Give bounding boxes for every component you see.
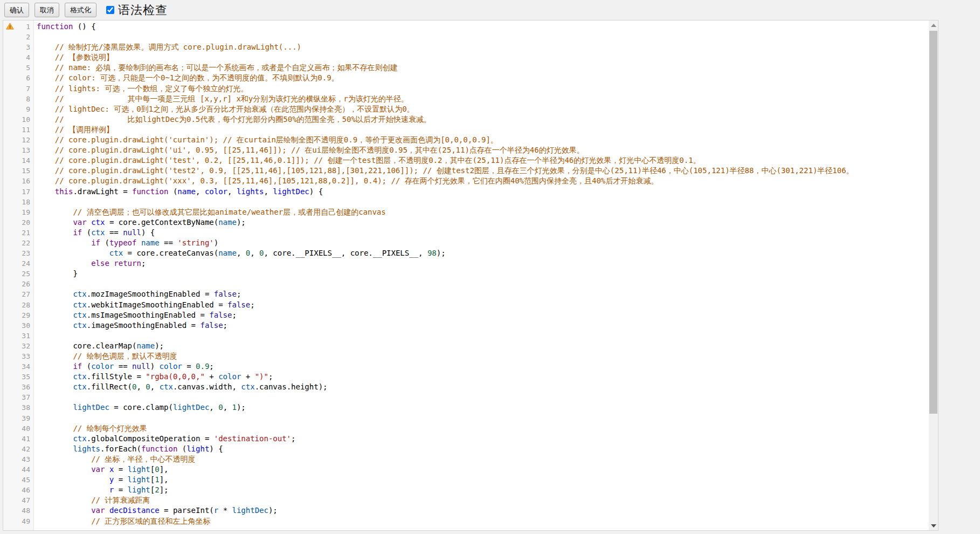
- code-line: 44 var x = light[0],: [3, 464, 929, 475]
- line-number: 31: [17, 331, 34, 341]
- code-text: var x = light[0],: [34, 464, 929, 475]
- code-text: lights.forEach(function (light) {: [34, 444, 929, 454]
- line-number: 23: [17, 248, 34, 258]
- line-number: 10: [17, 114, 34, 125]
- code-line: 6 // color: 可选，只能是一个0~1之间的数，为不透明度的值。不填则默…: [3, 73, 929, 83]
- code-line: 17 this.drawLight = function (name, colo…: [3, 187, 929, 197]
- format-button[interactable]: 格式化: [65, 3, 96, 17]
- code-line: 4 // 【参数说明】: [3, 52, 929, 63]
- code-text: r = light[2];: [34, 485, 929, 495]
- scrollbar-down-button[interactable]: [929, 521, 938, 530]
- code-text: // 【调用样例】: [34, 125, 929, 135]
- line-number: 13: [17, 145, 34, 155]
- code-text: // 正方形区域的直径和左上角坐标: [34, 516, 929, 526]
- code-line: 8 // 其中每一项是三元组 [x,y,r] x和y分别为该灯光的横纵坐标，r为…: [3, 94, 929, 104]
- line-number: 20: [17, 217, 34, 228]
- line-number: 7: [17, 84, 34, 94]
- code-line: 21 if (ctx == null) {: [3, 228, 929, 238]
- vertical-scrollbar[interactable]: [929, 20, 938, 530]
- line-number: 18: [17, 197, 34, 207]
- code-text: // core.plugin.drawLight('curtain'); // …: [34, 135, 929, 145]
- code-text: // core.plugin.drawLight('xxx', 0.3, [[2…: [34, 176, 929, 186]
- svg-text:!: !: [9, 24, 11, 30]
- code-line: 12 // core.plugin.drawLight('curtain'); …: [3, 135, 929, 145]
- scrollbar-up-button[interactable]: [929, 20, 938, 30]
- line-number: 33: [17, 351, 34, 361]
- line-number: 9: [17, 104, 34, 114]
- line-number: 36: [17, 382, 34, 392]
- code-text: // 坐标，半径，中心不透明度: [34, 454, 929, 464]
- code-text: // 清空色调层；也可以修改成其它层比如animate/weather层，或者用…: [34, 207, 929, 217]
- line-number: 14: [17, 155, 34, 166]
- line-number: 28: [17, 300, 34, 310]
- confirm-button[interactable]: 确认: [4, 3, 29, 17]
- line-number: 19: [17, 207, 34, 217]
- code-line: 35 ctx.fillStyle = "rgba(0,0,0," + color…: [3, 372, 929, 382]
- code-line: 14 // core.plugin.drawLight('test', 0.2,…: [3, 155, 929, 166]
- code-line: 38 lightDec = core.clamp(lightDec, 0, 1)…: [3, 402, 929, 413]
- line-number: 49: [17, 516, 34, 526]
- page: 确认 取消 格式化 语法检查 !1function () {23 // 绘制灯光…: [0, 0, 980, 534]
- code-line: 24 else return;: [3, 258, 929, 269]
- code-text: // 计算衰减距离: [34, 495, 929, 505]
- code-line: 26: [3, 279, 929, 289]
- line-number: 29: [17, 310, 34, 320]
- code-text: // core.plugin.drawLight('test', 0.2, [[…: [34, 155, 929, 166]
- toolbar: 确认 取消 格式化 语法检查: [0, 0, 980, 20]
- code-text: [34, 279, 929, 289]
- line-number: 39: [17, 413, 34, 423]
- line-number: 15: [17, 166, 34, 176]
- code-line: 25 }: [3, 269, 929, 279]
- code-text: else return;: [34, 258, 929, 269]
- code-line: 34 if (color == null) color = 0.9;: [3, 361, 929, 372]
- code-line: 3 // 绘制灯光/漆黑层效果。调用方式 core.plugin.drawLig…: [3, 42, 929, 52]
- line-number: 35: [17, 372, 34, 382]
- code-line: 15 // core.plugin.drawLight('test2', 0.9…: [3, 166, 929, 176]
- code-line: 10 // 比如lightDec为0.5代表，每个灯光部分内圈50%的范围全亮，…: [3, 114, 929, 125]
- code-lines: !1function () {23 // 绘制灯光/漆黑层效果。调用方式 cor…: [3, 22, 929, 526]
- code-text: ctx.msImageSmoothingEnabled = false;: [34, 310, 929, 320]
- code-text: ctx.mozImageSmoothingEnabled = false;: [34, 289, 929, 299]
- line-number: 6: [17, 73, 34, 83]
- code-line: 42 lights.forEach(function (light) {: [3, 444, 929, 454]
- scrollbar-thumb[interactable]: [929, 31, 937, 414]
- line-number: 5: [17, 63, 34, 73]
- line-number: 42: [17, 444, 34, 454]
- code-text: var decDistance = parseInt(r * lightDec)…: [34, 505, 929, 516]
- code-text: if (ctx == null) {: [34, 228, 929, 238]
- line-number: 8: [17, 94, 34, 104]
- lint-warning-icon: !: [3, 22, 17, 32]
- code-text: // 绘制每个灯光效果: [34, 423, 929, 434]
- syntax-check-checkbox[interactable]: [106, 6, 114, 14]
- code-text: // color: 可选，只能是一个0~1之间的数，为不透明度的值。不填则默认为…: [34, 73, 929, 83]
- code-text: // lights: 可选，一个数组，定义了每个独立的灯光。: [34, 84, 929, 94]
- line-number: 1: [17, 22, 34, 32]
- scroll-down-icon: [931, 524, 936, 528]
- code-line: 47 // 计算衰减距离: [3, 495, 929, 505]
- code-text: [34, 413, 929, 423]
- code-line: 43 // 坐标，半径，中心不透明度: [3, 454, 929, 464]
- code-line: 28 ctx.webkitImageSmoothingEnabled = fal…: [3, 300, 929, 310]
- code-text: function () {: [34, 22, 929, 32]
- line-number: 4: [17, 52, 34, 63]
- code-text: // lightDec: 可选，0到1之间，光从多少百分比才开始衰减（在此范围内…: [34, 104, 929, 114]
- code-text: [34, 32, 929, 42]
- line-number: 48: [17, 505, 34, 516]
- code-line: 39: [3, 413, 929, 423]
- line-number: 21: [17, 228, 34, 238]
- code-editor[interactable]: !1function () {23 // 绘制灯光/漆黑层效果。调用方式 cor…: [3, 20, 938, 531]
- code-text: // core.plugin.drawLight('test2', 0.9, […: [34, 166, 929, 176]
- code-text: ctx.fillRect(0, 0, ctx.canvas.width, ctx…: [34, 382, 929, 392]
- code-line: 37: [3, 392, 929, 402]
- line-number: 27: [17, 289, 34, 299]
- code-line: 45 y = light[1],: [3, 475, 929, 485]
- code-line: 7 // lights: 可选，一个数组，定义了每个独立的灯光。: [3, 84, 929, 94]
- line-number: 32: [17, 341, 34, 351]
- code-line: 11 // 【调用样例】: [3, 125, 929, 135]
- cancel-button[interactable]: 取消: [34, 3, 59, 17]
- code-text: ctx.webkitImageSmoothingEnabled = false;: [34, 300, 929, 310]
- code-text: // core.plugin.drawLight('ui', 0.95, [[2…: [34, 145, 929, 155]
- code-text: // 比如lightDec为0.5代表，每个灯光部分内圈50%的范围全亮，50%…: [34, 114, 929, 125]
- code-line: 46 r = light[2];: [3, 485, 929, 495]
- line-number: 30: [17, 320, 34, 331]
